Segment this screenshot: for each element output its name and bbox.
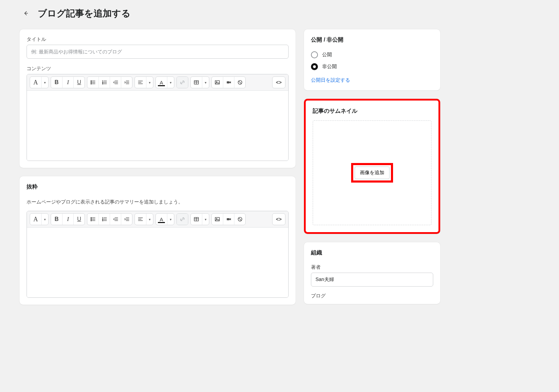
align-caret[interactable]: ▾	[146, 214, 153, 225]
indent-icon	[124, 80, 130, 85]
align-caret[interactable]: ▾	[146, 77, 153, 88]
author-select[interactable]: San夫婦	[311, 273, 433, 287]
table-icon	[194, 80, 199, 85]
image-icon	[215, 216, 220, 222]
author-label: 著者	[311, 264, 433, 271]
author-value: San夫婦	[315, 276, 334, 283]
align-left-icon	[138, 80, 143, 85]
text-color-caret[interactable]: ▾	[167, 214, 174, 225]
add-image-button[interactable]: 画像を追加	[355, 167, 390, 179]
table-button[interactable]	[191, 214, 202, 225]
set-publish-date-link[interactable]: 公開日を設定する	[311, 77, 350, 83]
content-label: コンテンツ	[27, 66, 289, 72]
outdent-button[interactable]	[110, 77, 121, 88]
insert-video-button[interactable]	[223, 214, 234, 225]
thumbnail-dropzone[interactable]: 画像を追加	[313, 120, 431, 225]
underline-button[interactable]: U	[73, 77, 85, 88]
numbered-list-button[interactable]	[99, 214, 110, 225]
organization-card: 組織 著者 San夫婦 ブログ	[304, 242, 440, 304]
content-card: タイトル コンテンツ A ▾ B I U	[20, 29, 296, 168]
visibility-private-label: 非公開	[322, 64, 337, 70]
outdent-icon	[113, 80, 118, 85]
indent-icon	[124, 216, 130, 222]
excerpt-desc: ホームページやブログに表示される記事のサマリーを追加しましょう。	[27, 199, 289, 205]
numbered-list-button[interactable]	[99, 77, 110, 88]
svg-line-25	[239, 81, 241, 84]
clear-format-button[interactable]	[234, 214, 245, 225]
thumbnail-card: 記事のサムネイル 画像を追加	[304, 99, 440, 234]
clear-format-icon	[237, 216, 243, 222]
title-label: タイトル	[27, 36, 289, 43]
svg-point-1	[91, 82, 92, 83]
content-toolbar: A ▾ B I U	[27, 74, 288, 91]
thumbnail-title: 記事のサムネイル	[313, 108, 431, 115]
video-icon	[226, 216, 232, 222]
visibility-title: 公開 / 非公開	[311, 36, 433, 44]
video-icon	[226, 80, 232, 85]
insert-image-button[interactable]	[212, 77, 223, 88]
paragraph-style-button[interactable]: A	[30, 77, 41, 88]
outdent-icon	[113, 216, 118, 222]
indent-button[interactable]	[121, 214, 132, 225]
svg-point-27	[91, 219, 92, 220]
numbered-list-icon	[102, 216, 107, 222]
table-caret[interactable]: ▾	[202, 214, 209, 225]
svg-point-28	[91, 220, 92, 221]
numbered-list-icon	[102, 80, 107, 85]
svg-point-26	[91, 217, 92, 218]
insert-image-button[interactable]	[212, 214, 223, 225]
bullet-list-button[interactable]	[87, 77, 99, 88]
table-caret[interactable]: ▾	[202, 77, 209, 88]
svg-rect-49	[227, 218, 230, 220]
insert-video-button[interactable]	[223, 77, 234, 88]
text-color-button[interactable]: A	[156, 214, 167, 225]
text-color-button[interactable]: A	[156, 77, 167, 88]
text-color-caret[interactable]: ▾	[167, 77, 174, 88]
page-title: ブログ記事を追加する	[38, 7, 131, 20]
radio-selected-icon	[311, 63, 318, 70]
clear-format-button[interactable]	[234, 77, 245, 88]
underline-button[interactable]: U	[73, 214, 85, 225]
visibility-option-private[interactable]: 非公開	[311, 63, 433, 70]
paragraph-style-button[interactable]: A	[30, 214, 41, 225]
svg-line-51	[239, 218, 241, 221]
svg-point-0	[91, 81, 92, 81]
align-button[interactable]	[135, 77, 146, 88]
italic-button[interactable]: I	[62, 77, 73, 88]
bullet-list-icon	[90, 80, 96, 85]
blog-label: ブログ	[311, 293, 433, 299]
table-button[interactable]	[191, 77, 202, 88]
table-icon	[194, 216, 199, 222]
excerpt-toolbar: A ▾ B I U	[27, 211, 288, 228]
align-button[interactable]	[135, 214, 146, 225]
excerpt-editor: A ▾ B I U	[27, 211, 289, 298]
bold-button[interactable]: B	[51, 214, 62, 225]
image-icon	[215, 80, 220, 85]
content-editor: A ▾ B I U	[27, 74, 289, 161]
paragraph-style-caret[interactable]: ▾	[41, 214, 48, 225]
excerpt-editor-body[interactable]	[27, 228, 288, 297]
paragraph-style-caret[interactable]: ▾	[41, 77, 48, 88]
link-button	[177, 214, 188, 225]
content-editor-body[interactable]	[27, 91, 288, 161]
italic-button[interactable]: I	[62, 214, 73, 225]
svg-point-2	[91, 83, 92, 84]
visibility-option-public[interactable]: 公開	[311, 51, 433, 58]
excerpt-title: 抜粋	[27, 183, 289, 191]
bullet-list-icon	[90, 216, 96, 222]
indent-button[interactable]	[121, 77, 132, 88]
clear-format-icon	[237, 80, 243, 85]
visibility-card: 公開 / 非公開 公開 非公開 公開日を設定する	[304, 29, 440, 90]
html-view-button[interactable]: <>	[272, 76, 285, 88]
title-input[interactable]	[27, 45, 289, 59]
bullet-list-button[interactable]	[87, 214, 99, 225]
visibility-public-label: 公開	[322, 52, 332, 58]
outdent-button[interactable]	[110, 214, 121, 225]
bold-button[interactable]: B	[51, 77, 62, 88]
organization-title: 組織	[311, 249, 433, 257]
back-button[interactable]	[20, 7, 32, 20]
html-view-button[interactable]: <>	[272, 213, 285, 225]
highlight-box: 画像を追加	[351, 163, 393, 183]
excerpt-card: 抜粋 ホームページやブログに表示される記事のサマリーを追加しましょう。 A ▾ …	[20, 176, 296, 305]
arrow-left-icon	[22, 10, 29, 17]
